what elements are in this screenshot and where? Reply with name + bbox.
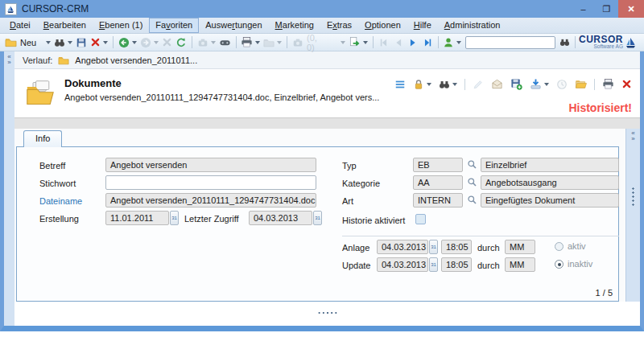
menu-optionen[interactable]: Optionen [358,18,407,33]
folder-gray-icon [263,37,275,48]
horizontal-splitter-handle[interactable] [317,311,338,314]
new-button[interactable]: Neu [3,35,52,49]
nav-last-button[interactable] [420,36,435,49]
title-bar[interactable]: CURSOR-CRM – ❐ ✕ [0,0,644,18]
lock-button[interactable] [411,78,433,91]
menu-auswertungen[interactable]: Auswertungen [199,18,268,33]
breadcrumb-label: Verlauf: [23,55,52,65]
erstellung-calendar-button[interactable]: 31 [170,211,179,225]
update-date-field[interactable]: 04.03.2013 [377,257,428,272]
console-button[interactable] [217,35,233,49]
toolbar-separator [236,36,237,48]
radio-inaktiv[interactable] [555,260,564,269]
sailboat-icon [625,36,638,49]
update-user-field[interactable]: MM [505,257,535,272]
radio-inaktiv-row[interactable]: inaktiv [555,259,592,269]
selection-counter-button[interactable]: (0, 0) [291,32,347,53]
header-separator [594,79,595,90]
betreff-field[interactable]: Angebot versenden [105,158,316,172]
print-button[interactable] [239,35,262,49]
open-document-button[interactable] [573,77,588,91]
toolbar-separator [438,36,439,48]
import-button[interactable] [528,77,551,91]
letzter-zugriff-date-field[interactable]: 04.03.2013 [249,211,312,225]
kategorie-label: Kategorie [342,179,380,188]
kategorie-text-field[interactable]: Angebotsausgang [481,175,619,190]
chevron-down-icon [456,41,461,44]
anlage-date-field[interactable]: 04.03.2013 [377,240,428,254]
save-button[interactable] [74,36,89,49]
edit-button[interactable] [471,78,485,91]
kategorie-code-field[interactable]: AA [413,175,463,190]
menu-administration[interactable]: Administration [438,18,507,33]
header-actions [393,77,634,91]
save-as-button[interactable] [509,77,524,91]
delete-button[interactable] [89,36,109,48]
anlage-time-field[interactable]: 18:05 [441,240,472,254]
art-lookup-icon[interactable] [467,195,478,206]
dateiname-label[interactable]: Dateiname [39,196,82,206]
maximize-button[interactable]: ❐ [595,0,618,18]
dateiname-field[interactable]: Angebot versenden_20110111_1294747731404… [105,193,316,208]
kategorie-lookup-icon[interactable] [467,177,478,188]
header-search-button[interactable] [437,78,459,91]
binoculars-icon [439,79,450,90]
stichwort-field[interactable] [105,175,316,190]
historie-checkbox[interactable] [415,214,426,224]
search-button[interactable] [52,36,74,49]
nav-prev-button[interactable] [391,36,406,49]
menu-datei[interactable]: Datei [3,18,37,33]
expand-right-icon[interactable]: » [7,60,10,65]
letzter-zugriff-calendar-button[interactable]: 31 [313,211,322,225]
typ-code-field[interactable]: EB [413,158,463,172]
printer-icon [602,78,614,90]
mail-button[interactable] [489,77,505,91]
toolbar-separator [373,36,374,48]
typ-text-field[interactable]: Einzelbrief [481,158,619,172]
user-button[interactable] [441,36,463,49]
anlage-user-field[interactable]: MM [505,240,535,254]
minimize-button[interactable]: – [572,0,595,18]
info-panel: Betreff Angebot versenden Stichwort Date… [16,146,619,302]
breadcrumb-item[interactable]: Angebot versenden_2011011... [75,55,197,65]
menu-extras[interactable]: Extras [320,18,358,33]
history-button[interactable] [555,78,569,91]
update-time-field[interactable]: 18:05 [441,257,472,272]
open-folder-button[interactable] [262,36,283,49]
tab-info[interactable]: Info [23,130,62,147]
back-button[interactable] [117,36,138,49]
export-button[interactable] [347,35,369,49]
vertical-splitter-handle[interactable] [632,187,634,206]
anlage-calendar-button[interactable]: 31 [429,240,438,254]
nav-next-button[interactable] [406,36,420,49]
radio-aktiv[interactable] [555,242,564,251]
erstellung-date-field[interactable]: 11.01.2011 [105,211,169,225]
close-document-button[interactable] [620,78,634,90]
close-button[interactable]: ✕ [618,0,644,18]
art-code-field[interactable]: INTERN [413,193,463,208]
menu-ebenen[interactable]: Ebenen (1) [93,18,149,33]
print-document-button[interactable] [601,77,616,91]
menu-marketing[interactable]: Marketing [269,18,320,33]
printer-icon [241,36,253,48]
erstellung-label: Erstellung [39,214,79,224]
chevron-down-icon [211,41,216,44]
art-text-field[interactable]: Eingefügtes Dokument [481,193,619,208]
search-input[interactable] [465,36,555,49]
art-label: Art [342,196,353,206]
forward-button[interactable] [138,36,160,49]
nav-first-button[interactable] [377,36,391,49]
menu-favoriten[interactable]: Favoriten [149,18,199,33]
typ-lookup-icon[interactable] [467,159,478,171]
menu-bearbeiten[interactable]: Bearbeiten [37,18,93,33]
menu-hilfe[interactable]: Hilfe [407,18,438,33]
cancel-button[interactable] [160,36,174,48]
snapshot-button[interactable] [196,36,217,49]
refresh-button[interactable] [174,36,188,49]
update-calendar-button[interactable]: 31 [429,257,438,272]
quick-search-button[interactable] [558,36,572,48]
expand-right-icon[interactable]: » [631,135,634,142]
list-view-button[interactable] [393,78,407,91]
radio-aktiv-row[interactable]: aktiv [555,241,586,251]
chevron-down-icon [46,41,51,44]
